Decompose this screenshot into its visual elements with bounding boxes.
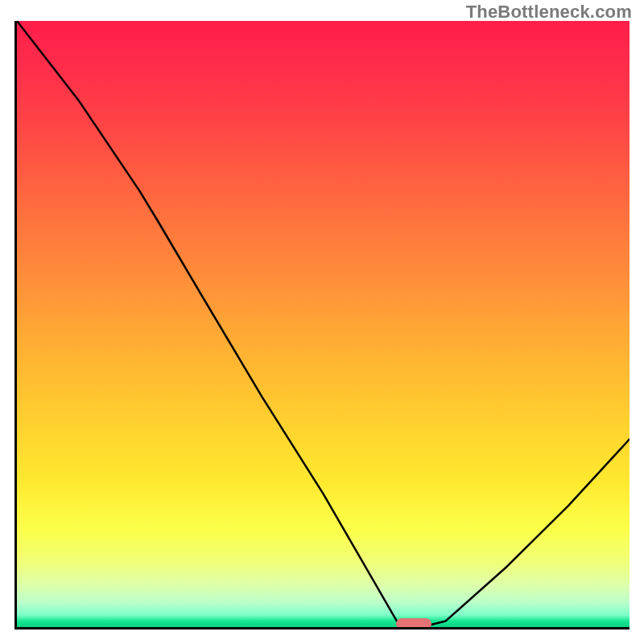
optimum-marker [396, 618, 431, 630]
plot-area [14, 21, 630, 630]
background-gradient [17, 21, 630, 627]
watermark-text: TheBottleneck.com [466, 2, 632, 23]
chart-container: TheBottleneck.com [0, 0, 644, 644]
